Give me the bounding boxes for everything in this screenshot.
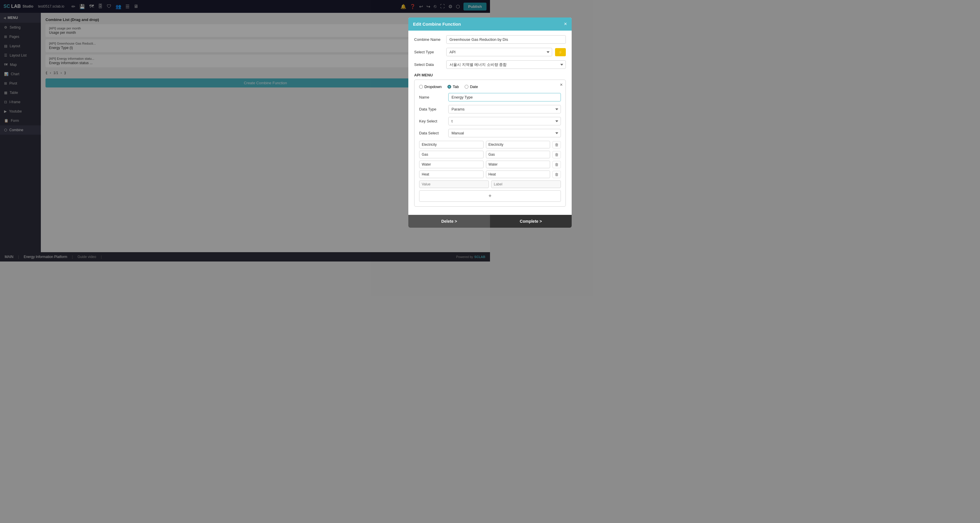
key-select-dropdown[interactable]: t <box>448 117 490 126</box>
inner-dialog: × Dropdown Tab Date <box>414 79 490 207</box>
combine-name-label: Combine Name <box>414 37 443 42</box>
select-type-dropdown[interactable]: API Static Formula <box>446 48 490 56</box>
key-select-label: Key Select <box>419 119 445 123</box>
key-select-row: Key Select t <box>419 117 490 126</box>
name-input[interactable] <box>448 93 490 102</box>
name-field-label: Name <box>419 95 445 99</box>
edit-combine-dialog: Edit Combine Function × Combine Name Sel… <box>408 17 490 228</box>
data-select-label: Data Select <box>419 131 445 135</box>
dialog-title: Edit Combine Function <box>413 22 461 27</box>
data-row-4: 🗑 <box>419 170 490 178</box>
overlay: Edit Combine Function × Combine Name Sel… <box>0 0 490 262</box>
select-type-row: Select Type API Static Formula ⚡ <box>414 48 490 56</box>
data-row-2-label[interactable] <box>486 151 490 158</box>
data-row-1-value[interactable] <box>419 141 484 148</box>
select-type-label: Select Type <box>414 50 443 54</box>
radio-dropdown[interactable]: Dropdown <box>419 84 442 89</box>
dialog-header: Edit Combine Function × <box>408 17 490 30</box>
data-row-4-label[interactable] <box>486 170 490 178</box>
combine-name-row: Combine Name <box>414 35 490 44</box>
data-type-dropdown[interactable]: Params Body Header <box>448 105 490 113</box>
radio-date[interactable]: Date <box>465 84 478 89</box>
dropdown-label: Dropdown <box>425 84 442 89</box>
data-rows: 🗑 🗑 🗑 🗑 <box>419 141 490 188</box>
data-row-3-value[interactable] <box>419 161 484 168</box>
dropdown-radio[interactable] <box>419 85 423 89</box>
data-row-3-label[interactable] <box>486 161 490 168</box>
select-data-row: Select Data 서울시 지역별 에너지 소비량 종합 <box>414 60 490 69</box>
data-type-row: Data Type Params Body Header <box>419 105 490 113</box>
data-row-3: 🗑 <box>419 161 490 168</box>
select-data-dropdown[interactable]: 서울시 지역별 에너지 소비량 종합 <box>446 60 490 69</box>
dialog-footer: Delete > Complete > <box>408 215 490 228</box>
data-row-1-label[interactable] <box>486 141 490 148</box>
name-row: Name <box>419 93 490 102</box>
data-select-dropdown[interactable]: Manual API <box>448 129 490 137</box>
add-row-button[interactable]: + <box>419 190 490 202</box>
radio-tab[interactable]: Tab <box>447 84 459 89</box>
radio-group: Dropdown Tab Date <box>419 84 490 89</box>
select-data-label: Select Data <box>414 62 443 67</box>
tab-label: Tab <box>453 84 459 89</box>
data-row-1: 🗑 <box>419 141 490 148</box>
new-value-input[interactable] <box>419 180 489 188</box>
data-row-placeholder <box>419 180 490 188</box>
api-menu-label: API MENU <box>414 73 490 77</box>
date-label: Date <box>470 84 478 89</box>
data-row-2-value[interactable] <box>419 151 484 158</box>
dialog-body: Combine Name Select Type API Static Form… <box>408 30 490 215</box>
delete-button[interactable]: Delete > <box>408 215 490 228</box>
data-select-row: Data Select Manual API <box>419 129 490 137</box>
data-type-label: Data Type <box>419 107 445 111</box>
data-row-4-value[interactable] <box>419 170 484 178</box>
tab-radio[interactable] <box>447 85 451 89</box>
data-row-2: 🗑 <box>419 151 490 158</box>
combine-name-input[interactable] <box>446 35 490 44</box>
date-radio[interactable] <box>465 85 468 89</box>
